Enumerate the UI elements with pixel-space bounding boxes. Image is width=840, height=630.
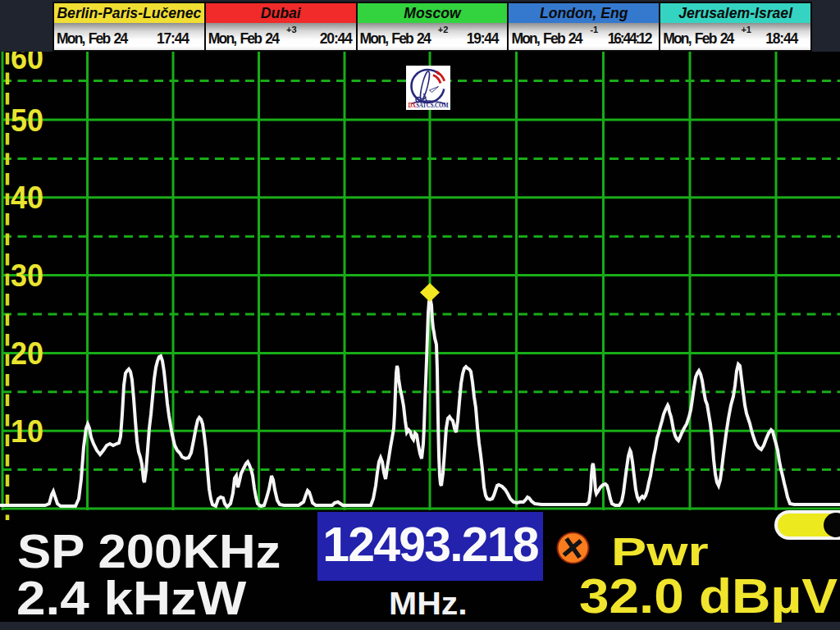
svg-text:30: 30	[11, 258, 43, 293]
svg-text:10: 10	[11, 413, 43, 449]
svg-text:40: 40	[11, 180, 43, 215]
svg-text:20: 20	[11, 336, 43, 371]
svg-text:DXSATCS.COM: DXSATCS.COM	[409, 102, 449, 109]
svg-text:50: 50	[11, 103, 43, 138]
